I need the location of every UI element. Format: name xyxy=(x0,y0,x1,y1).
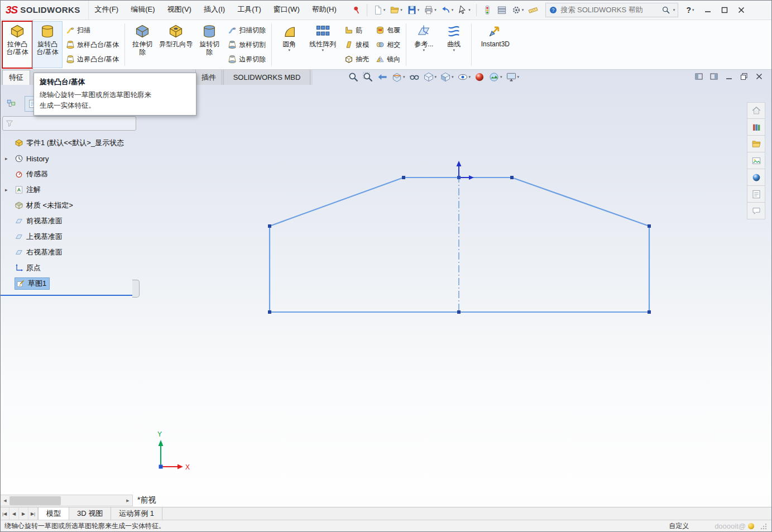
scroll-right-icon[interactable]: ▶ xyxy=(123,495,132,506)
curves-button[interactable]: 曲线 ▾ xyxy=(439,21,469,68)
expander-icon[interactable]: ▸ xyxy=(5,156,8,161)
doc-close-icon[interactable] xyxy=(755,73,763,80)
tree-item-material[interactable]: 材质 <未指定> xyxy=(0,198,140,213)
display-rows-button[interactable] xyxy=(495,4,509,16)
select-button[interactable]: ▾ xyxy=(456,4,472,16)
menu-help[interactable]: 帮助(H) xyxy=(306,0,343,20)
close-button[interactable] xyxy=(733,2,750,18)
rollback-bar[interactable] xyxy=(0,295,132,296)
tree-item-sensors[interactable]: 传感器 xyxy=(0,166,140,182)
fillet-button[interactable]: 圆角 ▾ xyxy=(274,21,304,68)
resources-button[interactable] xyxy=(747,102,765,119)
scrollbar-thumb[interactable] xyxy=(9,496,61,505)
feature-manager-tab[interactable] xyxy=(3,96,19,112)
tree-item-right-plane[interactable]: 右视基准面 xyxy=(0,245,140,260)
tree-item-annotations[interactable]: ▸ A 注解 xyxy=(0,182,140,198)
tree-item-origin[interactable]: 原点 xyxy=(0,260,140,276)
tab-solidworks-addins[interactable]: 插件 xyxy=(195,70,222,85)
sweep-button[interactable]: 扫描 xyxy=(64,23,121,37)
options-traffic-button[interactable] xyxy=(481,4,494,16)
extruded-boss-base-button[interactable]: 拉伸凸 台/基体 xyxy=(2,21,32,68)
mirror-button[interactable]: 镜向 xyxy=(373,52,402,66)
first-tab-icon[interactable]: |◀ xyxy=(0,507,9,520)
boundary-cut-button[interactable]: 边界切除 xyxy=(226,52,268,66)
hole-wizard-button[interactable]: 异型孔向导 xyxy=(157,21,194,68)
pin-toolbar-button[interactable] xyxy=(351,4,363,16)
zoom-fit-button[interactable] xyxy=(347,71,359,83)
tab-3d-views[interactable]: 3D 视图 xyxy=(69,507,111,520)
zoom-area-button[interactable] xyxy=(362,71,374,83)
dropdown-icon[interactable]: ▾ xyxy=(289,48,291,52)
tree-item-history[interactable]: ▸ History xyxy=(0,151,140,166)
tab-model[interactable]: 模型 xyxy=(38,507,69,520)
rib-button[interactable]: 筋 xyxy=(342,23,371,37)
view-orientation-button[interactable]: ▾ xyxy=(423,71,438,83)
tree-horizontal-scrollbar[interactable]: ◀ ▶ xyxy=(0,495,133,506)
revolved-cut-button[interactable]: 旋转切 除 xyxy=(194,21,224,68)
menu-window[interactable]: 窗口(W) xyxy=(267,0,306,20)
measure-button[interactable] xyxy=(526,4,540,16)
dropdown-icon[interactable]: ▾ xyxy=(322,48,324,52)
view-settings-button[interactable]: ▾ xyxy=(505,71,520,83)
search-input[interactable] xyxy=(560,6,658,14)
tab-features[interactable]: 特征 xyxy=(2,70,30,85)
intersect-button[interactable]: 相交 xyxy=(373,38,402,51)
expander-icon[interactable]: ▸ xyxy=(5,187,8,193)
dynamic-annotation-button[interactable] xyxy=(408,71,420,83)
menu-edit[interactable]: 编辑(E) xyxy=(124,0,161,20)
resize-grip-icon[interactable] xyxy=(760,523,768,530)
hide-show-items-button[interactable]: ▾ xyxy=(457,71,472,83)
search-dropdown-icon[interactable]: ▾ xyxy=(673,8,675,12)
next-tab-icon[interactable]: ▶ xyxy=(19,507,28,520)
tree-item-sketch1[interactable]: 草图1 xyxy=(0,276,140,291)
lofted-cut-button[interactable]: 放样切割 xyxy=(226,38,268,51)
draft-button[interactable]: 拔模 xyxy=(342,38,371,51)
dropdown-icon[interactable]: ▾ xyxy=(453,48,455,52)
previous-tab-icon[interactable]: ◀ xyxy=(9,507,19,520)
instant3d-button[interactable]: Instant3D xyxy=(474,21,516,68)
minimize-button[interactable] xyxy=(699,2,716,18)
doc-restore-icon[interactable] xyxy=(740,73,748,80)
previous-view-button[interactable] xyxy=(376,71,389,83)
customize-link[interactable]: 自定义 xyxy=(669,521,689,531)
custom-properties-button[interactable] xyxy=(747,186,765,203)
apply-scene-button[interactable]: ▾ xyxy=(488,71,503,83)
vertex-handles[interactable] xyxy=(268,176,651,314)
revolved-boss-base-button[interactable]: 旋转凸 台/基体 xyxy=(32,21,63,68)
wrap-button[interactable]: 包覆 xyxy=(373,23,402,37)
section-view-button[interactable]: ▾ xyxy=(391,71,406,83)
menu-insert[interactable]: 插入(I) xyxy=(198,0,231,20)
maximize-button[interactable] xyxy=(716,2,733,18)
menu-tools[interactable]: 工具(T) xyxy=(231,0,267,20)
design-library-button[interactable] xyxy=(747,119,765,136)
tree-filter-box[interactable] xyxy=(2,116,136,131)
linear-pattern-button[interactable]: 线性阵列 ▾ xyxy=(304,21,341,68)
tab-motion-study[interactable]: 运动算例 1 xyxy=(111,507,162,520)
help-button[interactable]: ?▾ xyxy=(686,6,694,15)
reference-geometry-button[interactable]: 参考... ▾ xyxy=(409,21,439,68)
open-button[interactable]: ▾ xyxy=(388,4,404,16)
panel-splitter-handle[interactable] xyxy=(132,280,140,298)
tree-item-top-plane[interactable]: 上视基准面 xyxy=(0,229,140,245)
undo-button[interactable]: ▾ xyxy=(439,4,455,16)
selected-tree-item[interactable]: 草图1 xyxy=(15,277,50,290)
search-icon[interactable] xyxy=(661,6,670,15)
print-button[interactable]: ▾ xyxy=(422,4,438,16)
edit-appearance-button[interactable] xyxy=(473,71,486,83)
lofted-boss-base-button[interactable]: 放样凸台/基体 xyxy=(64,38,121,51)
forum-button[interactable] xyxy=(747,203,765,219)
tree-item-front-plane[interactable]: 前视基准面 xyxy=(0,213,140,229)
pane-left-icon[interactable] xyxy=(695,73,703,80)
settings-button[interactable]: ▾ xyxy=(510,4,526,16)
doc-minimize-icon[interactable] xyxy=(725,73,733,80)
tree-root-part[interactable]: 零件1 (默认<<默认>_显示状态 xyxy=(0,135,140,151)
boundary-boss-base-button[interactable]: 边界凸台/基体 xyxy=(64,52,121,66)
view-palette-button[interactable] xyxy=(747,152,765,169)
sketch-profile[interactable] xyxy=(270,178,649,312)
new-document-button[interactable]: ▾ xyxy=(371,4,387,16)
last-tab-icon[interactable]: ▶| xyxy=(28,507,38,520)
file-explorer-button[interactable] xyxy=(747,136,765,152)
swept-cut-button[interactable]: 扫描切除 xyxy=(226,23,268,37)
pane-right-icon[interactable] xyxy=(710,73,718,80)
appearances-button[interactable] xyxy=(747,169,765,186)
